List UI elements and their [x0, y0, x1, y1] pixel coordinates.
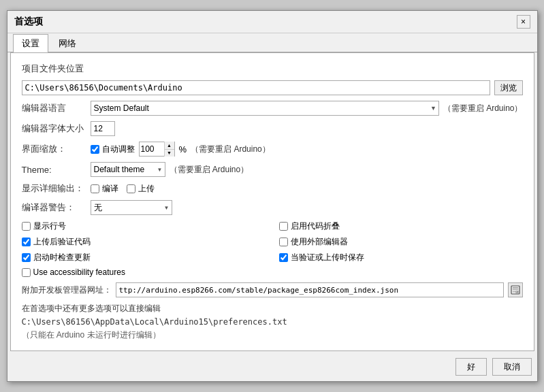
- boards-url-icon-button[interactable]: [508, 282, 523, 297]
- dialog-title: 首选项: [14, 16, 43, 28]
- project-folder-label: 项目文件夹位置: [22, 63, 84, 75]
- edit-icon: [511, 285, 520, 295]
- compiler-warn-select-wrapper: 无: [91, 200, 172, 215]
- compiler-warn-select[interactable]: 无: [91, 200, 172, 215]
- svg-rect-3: [513, 291, 516, 292]
- prefs-hint: （只能在 Arduino 未运行时进行编辑）: [22, 329, 523, 341]
- check-updates-checkbox[interactable]: [22, 253, 31, 262]
- save-on-verify-label[interactable]: 当验证或上传时保存: [279, 252, 523, 263]
- theme-select-wrapper: Default theme: [91, 162, 165, 177]
- close-button[interactable]: ×: [517, 15, 530, 29]
- show-line-numbers-label[interactable]: 显示行号: [22, 220, 266, 232]
- verbose-compile-text: 编译: [102, 183, 118, 195]
- verbose-row: 显示详细输出： 编译 上传: [22, 182, 523, 195]
- scale-up-button[interactable]: ▲: [165, 142, 174, 150]
- project-folder-row: 项目文件夹位置: [22, 63, 523, 75]
- upload-verify-label[interactable]: 上传后验证代码: [22, 236, 266, 248]
- scale-auto-checkbox[interactable]: [91, 145, 99, 154]
- enable-code-folding-text: 启用代码折叠: [291, 220, 340, 232]
- project-folder-path-row: 浏览: [22, 80, 523, 95]
- boards-url-input[interactable]: [116, 282, 504, 297]
- compiler-warn-row: 编译器警告： 无: [22, 200, 523, 215]
- editor-font-input[interactable]: [91, 121, 115, 136]
- scale-down-button[interactable]: ▼: [165, 150, 174, 157]
- scale-percent: %: [179, 144, 187, 154]
- checkboxes-grid: 显示行号 启用代码折叠 上传后验证代码 使用外部编辑器 启动时检查更新 当验证或…: [22, 220, 523, 277]
- tab-bar: 设置 网络: [7, 33, 537, 52]
- info-line1: 在首选项中还有更多选项可以直接编辑: [22, 303, 523, 314]
- boards-url-row: 附加开发板管理器网址：: [22, 282, 523, 297]
- use-external-editor-text: 使用外部编辑器: [291, 236, 348, 248]
- browse-button[interactable]: 浏览: [494, 80, 523, 95]
- project-folder-input[interactable]: [22, 80, 490, 95]
- check-updates-label[interactable]: 启动时检查更新: [22, 252, 266, 263]
- boards-url-label: 附加开发板管理器网址：: [22, 284, 112, 296]
- editor-font-row: 编辑器字体大小: [22, 121, 523, 136]
- editor-font-label: 编辑器字体大小: [22, 122, 86, 135]
- accessibility-label[interactable]: Use accessibility features: [22, 267, 266, 277]
- check-updates-text: 启动时检查更新: [33, 252, 91, 263]
- scale-note: （需要重启 Arduino）: [191, 144, 270, 155]
- theme-select[interactable]: Default theme: [91, 162, 165, 177]
- footer-buttons: 好 取消: [7, 354, 537, 381]
- scale-value-input[interactable]: [140, 142, 164, 156]
- scale-auto-text: 自动调整: [102, 144, 135, 155]
- use-external-editor-label[interactable]: 使用外部编辑器: [279, 236, 523, 248]
- save-on-verify-text: 当验证或上传时保存: [291, 252, 364, 263]
- ok-button[interactable]: 好: [455, 358, 487, 376]
- verbose-compile-checkbox[interactable]: [91, 184, 99, 193]
- scale-auto-label[interactable]: 自动调整: [91, 144, 135, 155]
- verbose-upload-checkbox[interactable]: [127, 184, 135, 193]
- tab-settings[interactable]: 设置: [13, 34, 48, 52]
- editor-lang-select-wrapper: System Default ▼: [91, 101, 439, 116]
- editor-lang-row: 编辑器语言 System Default ▼ （需要重启 Arduino）: [22, 101, 523, 116]
- enable-code-folding-checkbox[interactable]: [279, 222, 288, 231]
- svg-rect-2: [513, 289, 518, 290]
- cancel-button[interactable]: 取消: [492, 358, 532, 376]
- prefs-path: C:\Users\86156\AppData\Local\Arduino15\p…: [22, 317, 523, 327]
- enable-code-folding-label[interactable]: 启用代码折叠: [279, 220, 523, 232]
- svg-rect-1: [513, 287, 518, 289]
- save-on-verify-checkbox[interactable]: [279, 253, 288, 262]
- editor-lang-label: 编辑器语言: [22, 102, 86, 114]
- settings-content: 项目文件夹位置 浏览 编辑器语言 System Default ▼ （需要重启 …: [10, 52, 534, 351]
- show-line-numbers-text: 显示行号: [33, 220, 66, 232]
- scale-row: 界面缩放： 自动调整 ▲ ▼ % （需要重启 Arduino）: [22, 142, 523, 157]
- verbose-upload-label[interactable]: 上传: [127, 183, 155, 195]
- accessibility-checkbox[interactable]: [22, 268, 31, 277]
- verbose-compile-label[interactable]: 编译: [91, 183, 118, 195]
- scale-label: 界面缩放：: [22, 143, 86, 155]
- theme-note: （需要重启 Arduino）: [170, 164, 249, 176]
- use-external-editor-checkbox[interactable]: [279, 238, 288, 246]
- editor-lang-select[interactable]: System Default: [91, 101, 439, 116]
- upload-verify-text: 上传后验证代码: [33, 236, 91, 248]
- scale-spinner: ▲ ▼: [139, 142, 175, 157]
- compiler-warn-label: 编译器警告：: [22, 201, 86, 214]
- verbose-upload-text: 上传: [138, 183, 155, 195]
- accessibility-text: Use accessibility features: [33, 267, 125, 277]
- scale-spinner-buttons: ▲ ▼: [164, 142, 174, 157]
- verbose-label: 显示详细输出：: [22, 182, 86, 195]
- tab-network[interactable]: 网络: [50, 34, 85, 52]
- dialog-footer: 好 取消: [7, 354, 537, 381]
- editor-lang-note: （需要重启 Arduino）: [443, 103, 523, 114]
- theme-row: Theme: Default theme （需要重启 Arduino）: [22, 162, 523, 177]
- preferences-dialog: 首选项 × 设置 网络 项目文件夹位置 浏览 编辑器语言 System Defa…: [7, 10, 538, 382]
- title-bar: 首选项 ×: [7, 11, 537, 33]
- show-line-numbers-checkbox[interactable]: [22, 222, 31, 231]
- theme-label: Theme:: [22, 165, 86, 175]
- upload-verify-checkbox[interactable]: [22, 238, 31, 246]
